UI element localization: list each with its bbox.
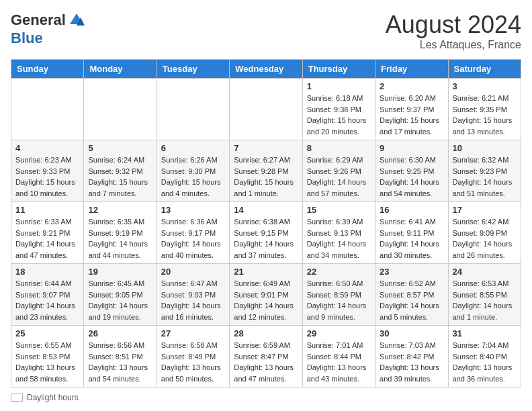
calendar-cell: 29Sunrise: 7:01 AMSunset: 8:44 PMDayligh… <box>302 326 375 387</box>
day-info: Sunrise: 6:52 AMSunset: 8:57 PMDaylight:… <box>380 278 443 322</box>
col-header-tuesday: Tuesday <box>157 60 229 79</box>
logo-general-text: General <box>11 11 66 29</box>
day-info: Sunrise: 6:39 AMSunset: 9:13 PMDaylight:… <box>307 216 371 261</box>
day-info: Sunrise: 6:47 AMSunset: 9:03 PMDaylight:… <box>161 278 225 322</box>
day-info: Sunrise: 6:42 AMSunset: 9:09 PMDaylight:… <box>453 216 517 261</box>
calendar-cell: 1Sunrise: 6:18 AMSunset: 9:38 PMDaylight… <box>302 79 375 140</box>
day-info: Sunrise: 6:44 AMSunset: 9:07 PMDaylight:… <box>15 278 79 322</box>
calendar-header-row: SundayMondayTuesdayWednesdayThursdayFrid… <box>11 60 521 79</box>
day-number: 2 <box>380 81 443 91</box>
day-number: 22 <box>307 267 371 277</box>
logo-blue-text: Blue <box>11 30 43 47</box>
day-number: 31 <box>453 328 517 338</box>
calendar-cell: 19Sunrise: 6:45 AMSunset: 9:05 PMDayligh… <box>84 264 157 326</box>
day-number: 7 <box>234 143 298 153</box>
daylight-label: Daylight hours <box>27 393 79 402</box>
day-info: Sunrise: 6:55 AMSunset: 8:53 PMDaylight:… <box>15 340 79 384</box>
logo-icon <box>67 11 86 30</box>
calendar-cell: 3Sunrise: 6:21 AMSunset: 9:35 PMDaylight… <box>448 79 521 140</box>
day-number: 10 <box>453 143 517 153</box>
day-number: 18 <box>15 267 79 277</box>
day-number: 13 <box>161 205 225 215</box>
calendar-cell: 14Sunrise: 6:38 AMSunset: 9:15 PMDayligh… <box>230 202 302 264</box>
calendar-cell <box>84 79 157 140</box>
calendar-week-row: 11Sunrise: 6:33 AMSunset: 9:21 PMDayligh… <box>11 202 521 264</box>
calendar-cell: 10Sunrise: 6:32 AMSunset: 9:23 PMDayligh… <box>448 140 521 202</box>
calendar-cell: 21Sunrise: 6:49 AMSunset: 9:01 PMDayligh… <box>230 264 302 326</box>
calendar-cell: 9Sunrise: 6:30 AMSunset: 9:25 PMDaylight… <box>375 140 448 202</box>
calendar-cell: 31Sunrise: 7:04 AMSunset: 8:40 PMDayligh… <box>448 326 521 387</box>
day-number: 21 <box>234 267 298 277</box>
day-number: 6 <box>161 143 225 153</box>
day-number: 19 <box>88 267 152 277</box>
day-info: Sunrise: 6:38 AMSunset: 9:15 PMDaylight:… <box>234 216 298 261</box>
calendar-week-row: 1Sunrise: 6:18 AMSunset: 9:38 PMDaylight… <box>11 79 521 140</box>
col-header-thursday: Thursday <box>302 60 375 79</box>
calendar-cell: 13Sunrise: 6:36 AMSunset: 9:17 PMDayligh… <box>157 202 229 264</box>
day-number: 27 <box>161 328 225 338</box>
day-info: Sunrise: 6:18 AMSunset: 9:38 PMDaylight:… <box>307 93 371 137</box>
title-block: August 2024 Les Attaques, France <box>386 11 521 51</box>
calendar-week-row: 4Sunrise: 6:23 AMSunset: 9:33 PMDaylight… <box>11 140 521 202</box>
col-header-monday: Monday <box>84 60 157 79</box>
calendar-cell: 5Sunrise: 6:24 AMSunset: 9:32 PMDaylight… <box>84 140 157 202</box>
daylight-box-icon <box>11 394 23 402</box>
calendar-cell: 23Sunrise: 6:52 AMSunset: 8:57 PMDayligh… <box>375 264 448 326</box>
month-year-title: August 2024 <box>386 11 521 39</box>
day-number: 26 <box>88 328 152 338</box>
location-subtitle: Les Attaques, France <box>386 39 521 51</box>
col-header-sunday: Sunday <box>11 60 84 79</box>
calendar-cell: 24Sunrise: 6:53 AMSunset: 8:55 PMDayligh… <box>448 264 521 326</box>
calendar-cell: 7Sunrise: 6:27 AMSunset: 9:28 PMDaylight… <box>230 140 302 202</box>
day-number: 8 <box>307 143 371 153</box>
calendar-cell: 25Sunrise: 6:55 AMSunset: 8:53 PMDayligh… <box>11 326 84 387</box>
calendar-table: SundayMondayTuesdayWednesdayThursdayFrid… <box>11 59 521 387</box>
page-header: General Blue August 2024 Les Attaques, F… <box>11 11 521 51</box>
calendar-cell: 16Sunrise: 6:41 AMSunset: 9:11 PMDayligh… <box>375 202 448 264</box>
day-info: Sunrise: 7:04 AMSunset: 8:40 PMDaylight:… <box>453 340 517 384</box>
day-info: Sunrise: 6:56 AMSunset: 8:51 PMDaylight:… <box>88 340 152 384</box>
calendar-cell: 8Sunrise: 6:29 AMSunset: 9:26 PMDaylight… <box>302 140 375 202</box>
day-number: 16 <box>380 205 443 215</box>
col-header-wednesday: Wednesday <box>230 60 302 79</box>
calendar-cell: 15Sunrise: 6:39 AMSunset: 9:13 PMDayligh… <box>302 202 375 264</box>
day-info: Sunrise: 6:58 AMSunset: 8:49 PMDaylight:… <box>161 340 225 384</box>
day-number: 24 <box>453 267 517 277</box>
calendar-cell: 6Sunrise: 6:26 AMSunset: 9:30 PMDaylight… <box>157 140 229 202</box>
calendar-cell: 27Sunrise: 6:58 AMSunset: 8:49 PMDayligh… <box>157 326 229 387</box>
day-info: Sunrise: 6:20 AMSunset: 9:37 PMDaylight:… <box>380 93 443 137</box>
day-info: Sunrise: 6:59 AMSunset: 8:47 PMDaylight:… <box>234 340 298 384</box>
day-info: Sunrise: 6:35 AMSunset: 9:19 PMDaylight:… <box>88 216 152 261</box>
calendar-cell: 4Sunrise: 6:23 AMSunset: 9:33 PMDaylight… <box>11 140 84 202</box>
day-number: 3 <box>453 81 517 91</box>
day-number: 20 <box>161 267 225 277</box>
day-number: 11 <box>15 205 79 215</box>
day-number: 23 <box>380 267 443 277</box>
day-number: 14 <box>234 205 298 215</box>
day-number: 30 <box>380 328 443 338</box>
day-info: Sunrise: 6:50 AMSunset: 8:59 PMDaylight:… <box>307 278 371 322</box>
day-info: Sunrise: 7:01 AMSunset: 8:44 PMDaylight:… <box>307 340 371 384</box>
day-info: Sunrise: 7:03 AMSunset: 8:42 PMDaylight:… <box>380 340 443 384</box>
day-number: 25 <box>15 328 79 338</box>
col-header-friday: Friday <box>375 60 448 79</box>
calendar-cell: 11Sunrise: 6:33 AMSunset: 9:21 PMDayligh… <box>11 202 84 264</box>
day-info: Sunrise: 6:45 AMSunset: 9:05 PMDaylight:… <box>88 278 152 322</box>
calendar-cell: 18Sunrise: 6:44 AMSunset: 9:07 PMDayligh… <box>11 264 84 326</box>
day-info: Sunrise: 6:23 AMSunset: 9:33 PMDaylight:… <box>15 154 79 199</box>
logo: General Blue <box>11 11 86 47</box>
calendar-cell <box>157 79 229 140</box>
day-info: Sunrise: 6:27 AMSunset: 9:28 PMDaylight:… <box>234 154 298 199</box>
day-number: 4 <box>15 143 79 153</box>
day-info: Sunrise: 6:24 AMSunset: 9:32 PMDaylight:… <box>88 154 152 199</box>
day-number: 9 <box>380 143 443 153</box>
calendar-cell <box>11 79 84 140</box>
day-number: 12 <box>88 205 152 215</box>
day-info: Sunrise: 6:41 AMSunset: 9:11 PMDaylight:… <box>380 216 443 261</box>
day-info: Sunrise: 6:29 AMSunset: 9:26 PMDaylight:… <box>307 154 371 199</box>
day-number: 17 <box>453 205 517 215</box>
day-info: Sunrise: 6:33 AMSunset: 9:21 PMDaylight:… <box>15 216 79 261</box>
calendar-week-row: 25Sunrise: 6:55 AMSunset: 8:53 PMDayligh… <box>11 326 521 387</box>
calendar-cell: 30Sunrise: 7:03 AMSunset: 8:42 PMDayligh… <box>375 326 448 387</box>
day-number: 28 <box>234 328 298 338</box>
